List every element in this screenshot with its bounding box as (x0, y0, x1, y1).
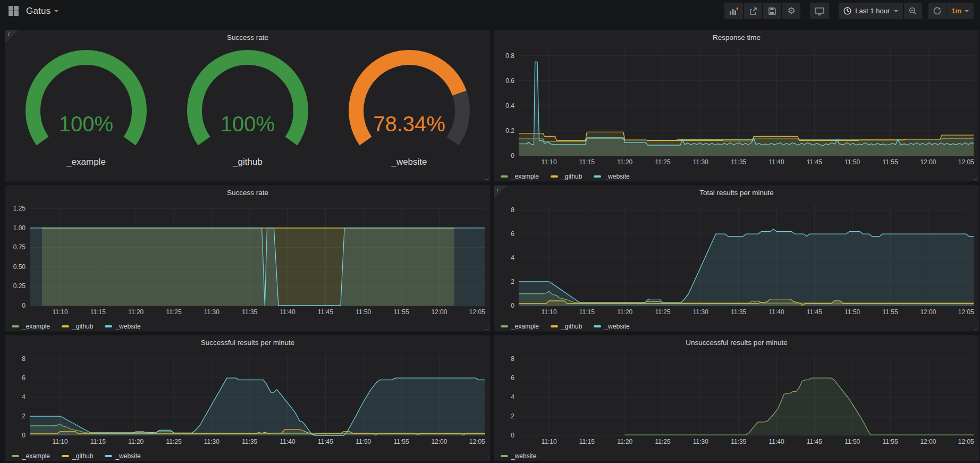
panel-response-time: Response time 11:1011:1511:2011:2511:301… (494, 30, 979, 182)
panel-successful-results: Successful results per minute 11:1011:15… (5, 335, 491, 461)
legend-item-_website[interactable]: _website (105, 452, 140, 460)
x-tick-label: 11:50 (844, 438, 860, 445)
panel-success-rate-gauges: i Success rate 100% _example 100% _githu… (5, 30, 491, 182)
y-tick-label: 0.4 (505, 102, 514, 110)
x-tick-label: 11:35 (731, 158, 746, 166)
dashboard-dropdown-caret-icon[interactable] (54, 10, 58, 12)
panel-title[interactable]: Successful results per minute (5, 335, 490, 349)
legend-item-_website[interactable]: _website (594, 323, 629, 330)
legend-swatch (105, 455, 112, 457)
legend-item-_github[interactable]: _github (62, 452, 93, 460)
y-tick-label: 4 (511, 393, 514, 401)
time-range-picker[interactable]: Last 1 hour (839, 3, 903, 19)
legend-swatch (501, 455, 508, 457)
panel-info-corner[interactable] (5, 30, 18, 43)
legend-item-_example[interactable]: _example (501, 323, 539, 330)
add-panel-button[interactable] (724, 3, 743, 19)
x-tick-label: 11:15 (90, 438, 106, 445)
legend: _example_github_website (5, 449, 490, 463)
x-tick-label: 12:00 (431, 438, 447, 445)
panel-title[interactable]: Total results per minute (494, 186, 979, 199)
gauge-value: 100% (6, 112, 166, 136)
legend-label: _example (22, 323, 50, 330)
y-tick-label: 0.2 (505, 127, 514, 134)
panel-title[interactable]: Unsuccessful results per minute (494, 335, 979, 349)
share-button[interactable] (744, 3, 762, 19)
refresh-interval-button[interactable]: 1m (946, 3, 974, 19)
x-tick-label: 12:05 (958, 438, 974, 445)
x-tick-label: 11:55 (882, 158, 898, 166)
legend-item-_github[interactable]: _github (551, 173, 582, 180)
gauge-example: 100% _example (6, 49, 166, 167)
x-tick-label: 11:30 (204, 438, 219, 445)
refresh-button[interactable] (928, 3, 946, 19)
gear-icon: ⚙ (788, 6, 796, 15)
tv-mode-button[interactable] (810, 3, 829, 19)
x-tick-label: 12:00 (920, 308, 936, 316)
legend-item-_website[interactable]: _website (594, 173, 629, 180)
settings-button[interactable]: ⚙ (782, 3, 800, 19)
series-fill-_website (30, 228, 485, 306)
legend-label: _website (604, 173, 629, 180)
y-tick-label: 0.6 (505, 77, 514, 85)
x-tick-label: 11:10 (541, 438, 556, 445)
x-tick-label: 11:30 (693, 438, 708, 445)
legend-item-_website[interactable]: _website (105, 323, 140, 330)
legend-item-_example[interactable]: _example (12, 452, 50, 460)
x-tick-label: 11:40 (280, 438, 295, 445)
gauge-github: 100% _github (168, 49, 327, 167)
response-time-chart[interactable]: 11:1011:1511:2011:2511:3011:3511:4011:45… (494, 44, 979, 167)
monitor-icon (815, 7, 824, 15)
unsuccessful-results-chart[interactable]: 11:1011:1511:2011:2511:3011:3511:4011:45… (494, 349, 979, 447)
refresh-picker: 1m (928, 3, 974, 19)
panel-title[interactable]: Response time (494, 30, 979, 44)
legend-swatch (501, 175, 508, 178)
panel-unsuccessful-results: Unsuccessful results per minute 11:1011:… (494, 335, 979, 461)
info-icon: i (497, 186, 499, 192)
legend-item-_example[interactable]: _example (12, 323, 50, 330)
legend-item-_website[interactable]: _website (501, 452, 536, 460)
x-tick-label: 11:55 (882, 308, 898, 316)
legend-item-_github[interactable]: _github (551, 323, 582, 330)
x-tick-label: 11:50 (356, 308, 371, 316)
legend-label: _example (511, 173, 539, 180)
x-tick-label: 11:45 (807, 438, 822, 445)
legend-swatch (62, 455, 69, 457)
gauge-label: _example (66, 157, 106, 167)
gauge-website: 78.34% _website (330, 49, 489, 167)
zoom-out-button[interactable] (904, 3, 922, 19)
dashboard-title[interactable]: Gatus (26, 6, 50, 16)
legend-label: _github (72, 452, 93, 460)
legend-item-_example[interactable]: _example (501, 173, 539, 180)
y-tick-label: 0.50 (13, 263, 26, 271)
x-tick-label: 11:20 (617, 308, 632, 316)
y-tick-label: 0 (511, 432, 514, 439)
refresh-interval-label: 1m (951, 7, 961, 15)
save-button[interactable] (763, 3, 781, 19)
panel-title[interactable]: Success rate (5, 30, 490, 44)
success-rate-chart[interactable]: 11:1011:1511:2011:2511:3011:3511:4011:45… (5, 199, 490, 317)
x-tick-label: 11:40 (768, 158, 784, 166)
legend-label: _github (561, 173, 582, 180)
grafana-logo-icon[interactable] (9, 6, 19, 16)
y-tick-label: 0.75 (13, 243, 26, 251)
gauge-label: _github (233, 157, 263, 167)
share-icon (749, 7, 757, 15)
successful-results-chart[interactable]: 11:1011:1511:2011:2511:3011:3511:4011:45… (5, 349, 490, 447)
legend-item-_github[interactable]: _github (62, 323, 93, 330)
x-tick-label: 11:50 (356, 438, 371, 445)
y-tick-label: 4 (22, 393, 26, 401)
total-results-chart[interactable]: 11:1011:1511:2011:2511:3011:3511:4011:45… (494, 199, 979, 317)
x-tick-label: 11:40 (280, 308, 295, 316)
y-tick-label: 8 (22, 355, 26, 363)
panel-title[interactable]: Success rate (5, 186, 490, 199)
x-tick-label: 12:00 (920, 158, 936, 166)
y-tick-label: 2 (511, 413, 514, 420)
x-tick-label: 11:35 (731, 308, 746, 316)
y-tick-label: 0 (22, 432, 26, 439)
legend-swatch (62, 325, 69, 327)
x-tick-label: 11:20 (128, 308, 143, 316)
time-range-label: Last 1 hour (855, 7, 890, 15)
panel-info-corner[interactable] (494, 186, 507, 198)
legend-swatch (501, 325, 508, 327)
